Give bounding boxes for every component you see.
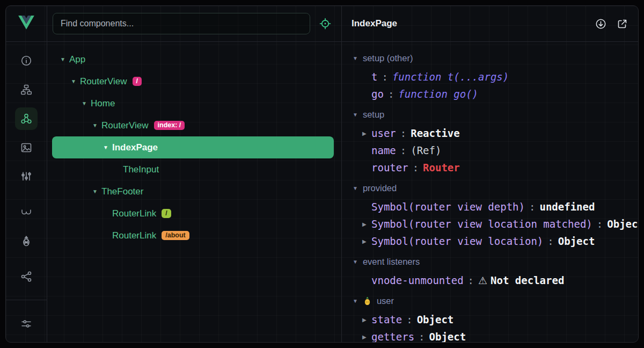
property-row[interactable]: ▶Symbol(router view location matched):Ob… <box>353 215 638 233</box>
component-name: RouterLink <box>112 230 156 241</box>
components-icon[interactable] <box>15 107 38 130</box>
inspect-target-icon[interactable] <box>316 14 335 33</box>
property-key: state <box>371 314 402 325</box>
colon: : <box>529 201 535 213</box>
property-value: function go() <box>398 88 478 100</box>
tree-row-routerlink[interactable]: RouterLink/about <box>52 224 334 247</box>
property-row[interactable]: router:Router <box>353 159 638 176</box>
tree-toolbar <box>47 6 341 42</box>
property-row[interactable]: go:function go() <box>353 85 638 103</box>
property-sections: ▼setup (other)t:function t(...args)go:fu… <box>342 42 638 342</box>
component-hierarchy-icon[interactable] <box>15 78 38 101</box>
colon: : <box>400 127 406 139</box>
sidebar <box>6 6 47 342</box>
property-row[interactable]: ▶Symbol(router view location):Object <box>353 233 638 250</box>
tree-row-indexpage[interactable]: ▼IndexPage <box>52 136 334 158</box>
colon: : <box>400 144 406 156</box>
chevron-right-icon[interactable]: ▶ <box>362 317 371 323</box>
section-title: setup <box>363 110 384 120</box>
component-name: TheInput <box>123 164 159 175</box>
pinia-store-icon <box>363 296 372 306</box>
chevron-down-icon[interactable]: ▼ <box>353 112 358 118</box>
property-value: ⚠Not declared <box>478 274 564 286</box>
section-header[interactable]: ▼provided <box>353 178 638 198</box>
component-name: RouterLink <box>112 208 156 219</box>
property-key: vnode-unmounted <box>371 274 464 286</box>
chevron-right-icon[interactable]: ▶ <box>362 238 371 244</box>
property-row[interactable]: ▶getters:Object <box>353 328 638 342</box>
chevron-down-icon[interactable]: ▼ <box>90 189 100 194</box>
chevron-right-icon[interactable]: ▶ <box>362 221 371 227</box>
property-value: function t(...args) <box>392 71 509 83</box>
component-tree-panel: ▼App▼RouterView/▼Home▼RouterViewindex: /… <box>47 6 342 342</box>
info-icon[interactable] <box>15 49 38 72</box>
property-row[interactable]: name:(Ref) <box>353 142 638 159</box>
tree-row-theinput[interactable]: TheInput <box>52 158 334 180</box>
timeline-icon[interactable] <box>15 201 38 223</box>
chevron-down-icon[interactable]: ▼ <box>353 185 358 191</box>
scroll-to-component-icon[interactable] <box>594 17 607 30</box>
chevron-down-icon[interactable]: ▼ <box>90 122 100 128</box>
pinia-icon[interactable] <box>15 230 38 252</box>
section-title: event listeners <box>363 257 420 267</box>
chevron-right-icon[interactable]: ▶ <box>362 130 371 136</box>
route-badge: index: / <box>154 121 185 130</box>
sidebar-nav <box>6 42 47 342</box>
route-badge: / <box>162 209 171 219</box>
vue-logo-icon <box>18 16 34 32</box>
property-row[interactable]: ▶state:Object <box>353 311 638 328</box>
tree-row-app[interactable]: ▼App <box>52 48 334 70</box>
section-header[interactable]: ▼setup (other) <box>353 48 638 68</box>
section-title: setup (other) <box>363 53 413 63</box>
colon: : <box>419 331 425 342</box>
logo-area <box>6 6 47 42</box>
property-row[interactable]: t:function t(...args) <box>353 68 638 85</box>
chevron-down-icon[interactable]: ▼ <box>353 55 358 61</box>
property-value: Router <box>423 162 460 173</box>
property-key: Symbol(router view location) <box>371 235 543 247</box>
colon: : <box>406 314 412 325</box>
chevron-right-icon[interactable]: ▶ <box>362 334 371 340</box>
property-key: Symbol(router view location matched) <box>371 218 592 230</box>
section-header[interactable]: ▼user <box>353 291 638 311</box>
section-setup-other: ▼setup (other)t:function t(...args)go:fu… <box>353 48 638 103</box>
tree-row-home[interactable]: ▼Home <box>52 92 334 114</box>
colon: : <box>547 235 553 247</box>
section-header[interactable]: ▼event listeners <box>353 252 638 272</box>
chevron-down-icon[interactable]: ▼ <box>68 78 79 84</box>
component-name: App <box>69 54 85 65</box>
warning-icon: ⚠ <box>478 274 487 286</box>
chevron-down-icon[interactable]: ▼ <box>353 259 358 265</box>
section-header[interactable]: ▼setup <box>353 105 638 125</box>
chevron-down-icon[interactable]: ▼ <box>57 56 68 62</box>
tree-row-routerlink[interactable]: RouterLink/ <box>52 202 334 224</box>
tree-row-routerview[interactable]: ▼RouterView/ <box>52 70 334 92</box>
property-value: Object <box>429 331 466 342</box>
pages-icon[interactable] <box>15 136 38 159</box>
chevron-down-icon[interactable]: ▼ <box>353 298 358 304</box>
section-title: provided <box>363 183 397 193</box>
property-key: router <box>371 162 408 173</box>
open-in-editor-icon[interactable] <box>616 17 628 30</box>
route-badge: / <box>133 77 142 86</box>
search-input[interactable] <box>53 13 310 34</box>
component-name: Home <box>91 98 115 109</box>
property-key: t <box>371 71 377 83</box>
property-key: getters <box>371 331 414 342</box>
tree-row-routerview[interactable]: ▼RouterViewindex: / <box>52 114 334 136</box>
faders-icon[interactable] <box>15 165 38 188</box>
property-value: Object <box>417 314 454 325</box>
chevron-down-icon[interactable]: ▼ <box>79 100 90 106</box>
graph-icon[interactable] <box>15 265 38 288</box>
property-row[interactable]: vnode-unmounted:⚠Not declared <box>353 272 638 289</box>
tree-row-thefooter[interactable]: ▼TheFooter <box>52 180 334 202</box>
component-name: RouterView <box>101 120 149 131</box>
property-row[interactable]: Symbol(router view depth):undefined <box>353 198 638 215</box>
vue-devtools-window: ▼App▼RouterView/▼Home▼RouterViewindex: /… <box>5 5 639 343</box>
property-row[interactable]: ▶user:Reactive <box>353 125 638 142</box>
settings-icon[interactable] <box>15 313 38 335</box>
section-provided: ▼providedSymbol(router view depth):undef… <box>353 178 638 250</box>
colon: : <box>413 162 419 173</box>
section-title: user <box>377 296 394 306</box>
chevron-down-icon[interactable]: ▼ <box>100 144 111 150</box>
